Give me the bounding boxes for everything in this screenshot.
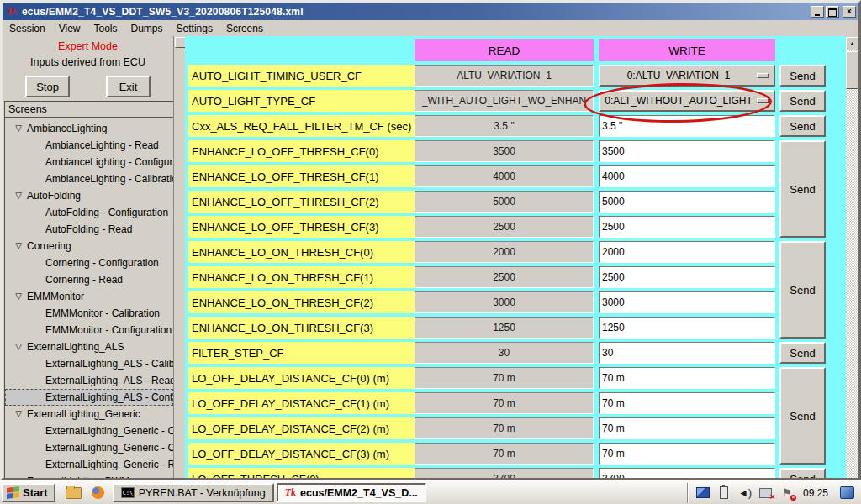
close-button[interactable]: × [843, 6, 856, 18]
send-button[interactable]: Send [779, 90, 826, 112]
write-input[interactable] [599, 392, 775, 414]
write-input[interactable] [599, 291, 775, 313]
write-input[interactable] [599, 115, 775, 137]
param-label: LO_OFF_DELAY_DISTANCE_CF(1) (m) [188, 392, 415, 414]
battery-icon[interactable] [717, 486, 731, 499]
read-value: _WITH_AUTO_LIGHT_WO_ENHAN [415, 90, 594, 112]
write-input[interactable] [599, 165, 775, 187]
task-button-pyren[interactable]: C:\ PYREN.BAT - Verknüpfung [113, 483, 274, 502]
write-input[interactable] [599, 443, 775, 465]
tree-item[interactable]: ExternalLighting_Generic - Calibration [5, 439, 173, 456]
send-button[interactable]: Send [779, 468, 826, 478]
tree-item-cornering[interactable]: Cornering [5, 238, 173, 255]
main-scrollbar-thumb[interactable] [846, 51, 858, 89]
tree-item[interactable]: Cornering - Read [5, 271, 173, 288]
tree-item-ambiancelighting[interactable]: AmbianceLighting [5, 120, 173, 137]
tree-expander-icon [12, 406, 25, 423]
menu-screens[interactable]: Screens [219, 21, 270, 36]
title-bar: Tk ecus/EMM2_T4_VS_DDT_SW5_V3_20200806T1… [3, 3, 858, 20]
tree-item-externallighting-pwm[interactable]: ExternalLighting_PWM [5, 473, 173, 478]
maximize-button[interactable] [826, 6, 839, 18]
write-input[interactable] [599, 417, 775, 439]
screens-panel: Screens AmbianceLighting AmbianceLightin… [4, 101, 173, 478]
tree-item[interactable]: EMMMonitor - Configuration [5, 322, 173, 339]
tree-item[interactable]: AmbianceLighting - Calibration [5, 171, 173, 187]
start-button[interactable]: Start [2, 483, 55, 502]
read-value: 70 m [415, 392, 594, 414]
minimize-button[interactable] [811, 6, 824, 18]
write-dropdown-annotated[interactable]: 0:ALT_WITHOUT_AUTO_LIGHT [599, 90, 775, 112]
tree-item[interactable]: AmbianceLighting - Read [5, 137, 173, 154]
tk-app-icon: Tk [5, 6, 18, 18]
tree-item[interactable]: AmbianceLighting - Configuration [5, 154, 173, 171]
tree-item[interactable]: AutoFolding - Read [5, 221, 173, 238]
tree-item[interactable]: Cornering - Configuration [5, 255, 173, 271]
menu-settings[interactable]: Settings [170, 21, 219, 36]
window-title: ecus/EMM2_T4_VS_DDT_SW5_V3_20200806T1250… [22, 6, 807, 18]
write-input[interactable] [599, 140, 775, 162]
show-desktop-icon[interactable] [840, 486, 854, 499]
tree-item[interactable]: ExternalLighting_Generic - Read [5, 456, 173, 473]
write-input[interactable] [599, 342, 775, 364]
firefox-quicklaunch-icon[interactable] [92, 486, 104, 499]
security-alert-flag-icon[interactable]: ⚑× [780, 486, 794, 499]
stop-button[interactable]: Stop [25, 76, 70, 97]
param-label: AUTO_LIGHT_TIMING_USER_CF [188, 65, 415, 87]
read-value: 2500 [415, 266, 594, 288]
param-label: LO_OFF_THRESH_CF(0) [188, 468, 415, 478]
write-input[interactable] [599, 216, 775, 238]
maximize-icon [828, 8, 837, 17]
tree-expander-icon [12, 339, 25, 355]
write-input[interactable] [599, 468, 775, 478]
tree-expander-icon [12, 120, 25, 137]
write-input[interactable] [599, 317, 775, 339]
send-button-group[interactable]: Send [779, 140, 826, 238]
param-label: ENHANCE_LO_ON_THRESH_CF(0) [188, 241, 415, 263]
param-label: ENHANCE_LO_OFF_THRESH_CF(0) [188, 140, 415, 162]
sidebar-scrollbar[interactable] [173, 36, 186, 478]
send-button-group[interactable]: Send [779, 367, 826, 465]
inputs-derived-label: Inputs derived from ECU [3, 56, 173, 68]
write-input[interactable] [599, 367, 775, 389]
tree-item[interactable]: ExternalLighting_Generic - Configuration [5, 423, 173, 439]
write-input[interactable] [599, 191, 775, 213]
main-scrollbar[interactable]: ▲ [846, 37, 858, 478]
folder-quicklaunch-icon[interactable] [66, 487, 82, 499]
send-button[interactable]: Send [779, 65, 826, 87]
tree-expander-icon [12, 238, 25, 255]
write-input[interactable] [599, 266, 775, 288]
task-button-ecus-active[interactable]: Tk ecus/EMM2_T4_VS_D... [277, 483, 426, 502]
tree-item[interactable]: ExternalLighting_ALS - Calibration [5, 355, 173, 372]
volume-icon[interactable]: ◄) [738, 486, 752, 499]
tree-item-emmmonitor[interactable]: EMMMonitor [5, 288, 173, 305]
write-input[interactable] [599, 241, 775, 263]
display-tray-icon[interactable] [696, 486, 710, 499]
read-value: 3.5 " [415, 115, 594, 137]
app-window: Tk ecus/EMM2_T4_VS_DDT_SW5_V3_20200806T1… [0, 0, 861, 480]
menu-view[interactable]: View [52, 21, 87, 36]
menu-dumps[interactable]: Dumps [124, 21, 170, 36]
menu-tools[interactable]: Tools [87, 21, 124, 36]
scrollbar-up-icon[interactable]: ▲ [846, 37, 858, 50]
parameter-panel: READ WRITE AUTO_LIGHT_TIMING_USER_CF ALT… [185, 36, 846, 478]
tree-expander-icon [12, 288, 25, 305]
tree-item-externallighting-als[interactable]: ExternalLighting_ALS [5, 339, 173, 355]
param-label: ENHANCE_LO_ON_THRESH_CF(2) [188, 291, 415, 313]
tree-item[interactable]: AutoFolding - Configuration [5, 204, 173, 221]
send-button[interactable]: Send [779, 115, 826, 137]
param-label: LO_OFF_DELAY_DISTANCE_CF(3) (m) [188, 443, 415, 465]
read-value: 2000 [415, 241, 594, 263]
tree-item-externallighting-generic[interactable]: ExternalLighting_Generic [5, 406, 173, 423]
tree-item-selected[interactable]: ExternalLighting_ALS - Configuration [5, 389, 173, 406]
read-value: 3500 [415, 140, 594, 162]
send-button[interactable]: Send [779, 342, 826, 364]
write-dropdown[interactable]: 0:ALTU_VARIATION_1 [599, 65, 775, 87]
tree-item[interactable]: ExternalLighting_ALS - Read [5, 372, 173, 389]
tree-item[interactable]: EMMMonitor - Calibration [5, 305, 173, 322]
network-disconnected-icon[interactable]: × [759, 486, 773, 499]
tree-item-autofolding[interactable]: AutoFolding [5, 187, 173, 204]
menu-bar: Session View Tools Dumps Settings Screen… [3, 20, 858, 36]
menu-session[interactable]: Session [3, 21, 52, 36]
exit-button[interactable]: Exit [106, 76, 151, 97]
send-button-group[interactable]: Send [779, 241, 826, 339]
